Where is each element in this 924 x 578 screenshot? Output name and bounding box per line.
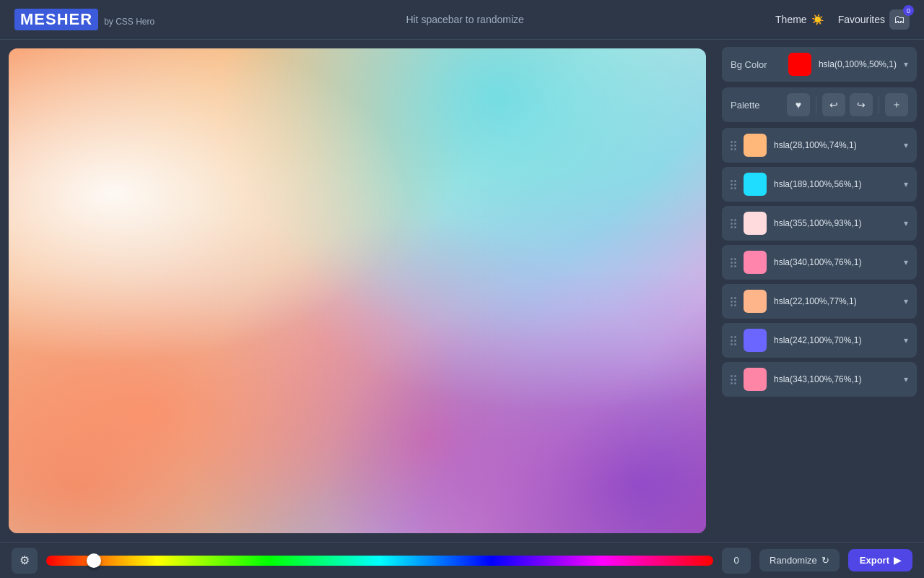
favourites-button[interactable]: Favourites 🗂 0 — [838, 9, 910, 30]
bg-color-value: hsla(0,100%,50%,1) — [819, 59, 897, 69]
export-icon: ▶ — [894, 555, 901, 566]
drag-handle — [731, 336, 736, 345]
sun-icon: ☀️ — [811, 14, 824, 25]
color-value-3: hsla(340,100%,76%,1) — [774, 257, 897, 267]
color-item[interactable]: hsla(340,100%,76%,1) ▾ — [722, 245, 917, 280]
color-item[interactable]: hsla(22,100%,77%,1) ▾ — [722, 284, 917, 319]
app-header: MESHER by CSS Hero Hit spacebar to rando… — [0, 0, 924, 40]
canvas-area[interactable] — [9, 48, 706, 533]
color-value-1: hsla(189,100%,56%,1) — [774, 179, 897, 189]
drag-handle — [731, 141, 736, 150]
divider — [879, 96, 879, 113]
bottom-bar: ⚙ 0 Randomize ↻ Export ▶ — [0, 542, 924, 578]
hue-value-display: 0 — [722, 548, 751, 574]
palette-label: Palette — [731, 100, 783, 111]
right-panel: Bg Color hsla(0,100%,50%,1) ▾ Palette ♥ … — [715, 40, 924, 542]
drag-handle — [731, 219, 736, 228]
color-swatch-2 — [744, 212, 767, 235]
color-item[interactable]: hsla(189,100%,56%,1) ▾ — [722, 167, 917, 202]
color-swatch-4 — [744, 290, 767, 313]
hue-slider[interactable] — [46, 556, 713, 566]
color-value-4: hsla(22,100%,77%,1) — [774, 296, 897, 306]
color-value-6: hsla(343,100%,76%,1) — [774, 374, 897, 384]
settings-button[interactable]: ⚙ — [12, 548, 38, 574]
palette-favourite-button[interactable]: ♥ — [787, 93, 810, 116]
theme-button[interactable]: Theme ☀️ — [775, 14, 824, 25]
header-right: Theme ☀️ Favourites 🗂 0 — [775, 9, 910, 30]
logo-by: by CSS Hero — [104, 17, 154, 27]
chevron-down-icon: ▾ — [904, 335, 908, 345]
color-value-2: hsla(355,100%,93%,1) — [774, 218, 897, 228]
randomize-label: Randomize — [770, 555, 817, 566]
chevron-down-icon: ▾ — [904, 296, 908, 306]
color-swatch-6 — [744, 368, 767, 391]
chevron-down-icon: ▾ — [904, 179, 908, 189]
color-item[interactable]: hsla(242,100%,70%,1) ▾ — [722, 323, 917, 358]
color-list: hsla(28,100%,74%,1) ▾ hsla(189,100%,56%,… — [722, 128, 917, 397]
color-item[interactable]: hsla(343,100%,76%,1) ▾ — [722, 362, 917, 397]
theme-label: Theme — [775, 14, 807, 25]
bg-color-swatch[interactable] — [788, 53, 811, 76]
palette-undo-button[interactable]: ↩ — [822, 93, 845, 116]
palette-add-button[interactable]: ＋ — [885, 93, 908, 116]
mesh-canvas — [9, 48, 706, 533]
settings-icon: ⚙ — [19, 553, 30, 567]
favourites-icon: 🗂 0 — [889, 9, 910, 30]
color-value-0: hsla(28,100%,74%,1) — [774, 140, 897, 150]
bg-color-row[interactable]: Bg Color hsla(0,100%,50%,1) ▾ — [722, 47, 917, 82]
drag-handle — [731, 297, 736, 306]
chevron-down-icon: ▾ — [904, 257, 908, 267]
drag-handle — [731, 180, 736, 189]
color-swatch-3 — [744, 251, 767, 274]
bg-color-label: Bg Color — [731, 59, 781, 70]
favourites-badge: 0 — [903, 5, 914, 16]
chevron-down-icon: ▾ — [904, 218, 908, 228]
chevron-down-icon: ▾ — [904, 59, 908, 69]
randomize-button[interactable]: Randomize ↻ — [759, 549, 840, 571]
color-item[interactable]: hsla(28,100%,74%,1) ▾ — [722, 128, 917, 163]
export-label: Export — [860, 555, 889, 566]
main-content: Bg Color hsla(0,100%,50%,1) ▾ Palette ♥ … — [0, 40, 924, 542]
logo-area: MESHER by CSS Hero — [14, 9, 154, 30]
color-swatch-5 — [744, 329, 767, 352]
favourites-label: Favourites — [838, 14, 885, 25]
randomize-icon: ↻ — [821, 555, 829, 566]
color-swatch-0 — [744, 134, 767, 157]
header-hint: Hit spacebar to randomize — [154, 14, 775, 25]
palette-header: Palette ♥ ↩ ↪ ＋ — [722, 87, 917, 122]
export-button[interactable]: Export ▶ — [848, 549, 912, 571]
color-swatch-1 — [744, 173, 767, 196]
divider — [816, 96, 816, 113]
palette-redo-button[interactable]: ↪ — [850, 93, 873, 116]
chevron-down-icon: ▾ — [904, 374, 908, 384]
hue-slider-container[interactable] — [46, 556, 713, 566]
drag-handle — [731, 258, 736, 267]
color-item[interactable]: hsla(355,100%,93%,1) ▾ — [722, 206, 917, 241]
chevron-down-icon: ▾ — [904, 140, 908, 150]
drag-handle — [731, 375, 736, 384]
logo-text: MESHER — [14, 9, 98, 30]
hue-thumb[interactable] — [87, 553, 101, 568]
color-value-5: hsla(242,100%,70%,1) — [774, 335, 897, 345]
